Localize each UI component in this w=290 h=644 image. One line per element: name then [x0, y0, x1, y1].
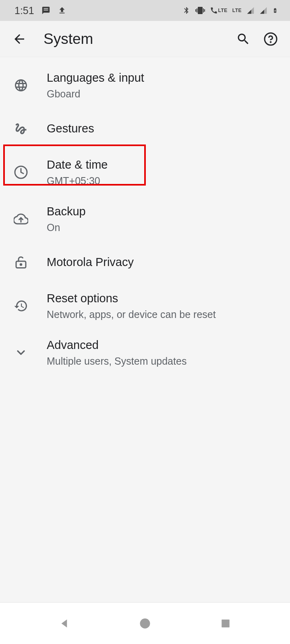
item-subtitle: Network, apps, or device can be reset [47, 308, 280, 321]
cloud-upload-icon [9, 212, 33, 226]
settings-list: Languages & input Gboard Gestures Date &… [0, 57, 290, 376]
triangle-back-icon [58, 617, 70, 630]
clock-icon [9, 165, 33, 180]
settings-item-reset[interactable]: Reset options Network, apps, or device c… [0, 283, 290, 329]
square-recent-icon [220, 618, 231, 629]
status-bar: 1:51 LTE LTE [0, 0, 290, 21]
circle-home-icon [139, 617, 151, 630]
navigation-bar [0, 602, 290, 644]
volte-icon: LTE [210, 6, 227, 14]
page-title: System [44, 31, 226, 47]
item-title: Gestures [47, 121, 280, 136]
search-button[interactable] [234, 29, 253, 49]
item-title: Advanced [47, 338, 280, 353]
svg-rect-7 [222, 619, 230, 627]
nav-recent-button[interactable] [209, 611, 242, 636]
settings-item-gestures[interactable]: Gestures [0, 109, 290, 149]
arrow-back-icon [12, 32, 27, 46]
message-icon [41, 6, 50, 15]
svg-point-5 [20, 264, 22, 265]
chevron-down-icon [9, 346, 33, 359]
item-subtitle: Gboard [47, 87, 280, 101]
lte-badge-small: LTE [218, 8, 227, 13]
upload-icon [58, 6, 66, 15]
item-title: Reset options [47, 291, 280, 306]
settings-item-backup[interactable]: Backup On [0, 196, 290, 242]
svg-point-6 [140, 618, 150, 628]
signal-icon-2 [259, 6, 267, 14]
item-title: Backup [47, 204, 280, 219]
restore-icon [9, 299, 33, 313]
settings-item-advanced[interactable]: Advanced Multiple users, System updates [0, 329, 290, 376]
item-title: Date & time [47, 157, 280, 173]
help-icon [263, 32, 278, 46]
status-left: 1:51 [14, 5, 66, 17]
nav-back-button[interactable] [48, 611, 81, 636]
battery-charging-icon [272, 6, 278, 15]
status-time: 1:51 [14, 5, 34, 17]
back-button[interactable] [10, 29, 29, 49]
status-right: LTE LTE [182, 6, 278, 15]
item-title: Languages & input [47, 70, 280, 86]
item-subtitle: GMT+05:30 [47, 174, 280, 188]
svg-point-1 [270, 41, 271, 42]
gesture-icon [9, 122, 33, 136]
item-title: Motorola Privacy [47, 255, 280, 270]
search-icon [236, 32, 251, 46]
help-button[interactable] [261, 29, 280, 49]
bluetooth-icon [182, 6, 191, 15]
item-subtitle: On [47, 221, 280, 234]
globe-icon [9, 78, 33, 93]
vibrate-icon [195, 6, 205, 15]
lock-open-icon [9, 255, 33, 270]
settings-item-privacy[interactable]: Motorola Privacy [0, 242, 290, 283]
lte-badge: LTE [232, 8, 242, 13]
item-subtitle: Multiple users, System updates [47, 355, 280, 368]
signal-icon-1 [246, 6, 255, 14]
settings-item-languages[interactable]: Languages & input Gboard [0, 62, 290, 109]
nav-home-button[interactable] [129, 611, 161, 636]
settings-item-date-time[interactable]: Date & time GMT+05:30 [0, 149, 290, 196]
app-bar: System [0, 21, 290, 57]
